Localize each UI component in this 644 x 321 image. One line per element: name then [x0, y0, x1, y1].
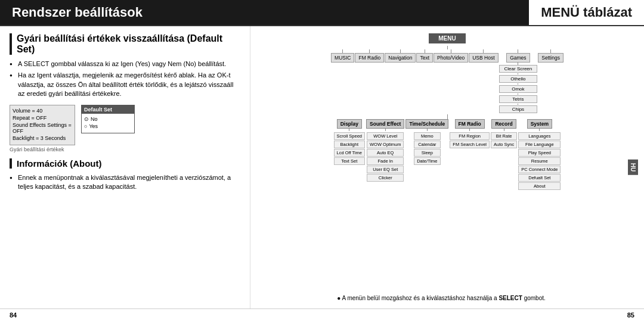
- display-items: Scroll Speed Backlight Lcd Off Time Text…: [334, 132, 366, 165]
- second-fm-radio: FM Radio FM Region FM Search Level: [450, 119, 490, 148]
- menu-root: MENU: [429, 33, 465, 43]
- system-languages: Languages: [518, 132, 561, 140]
- nav-usb-host: USB Host: [469, 49, 498, 63]
- record-auto-sync: Auto Sync: [491, 141, 517, 148]
- bottom-note-bold: SELECT: [499, 295, 522, 301]
- system-file-language: File Language: [518, 141, 561, 148]
- second-box-time-schedule: Time/Schedule: [405, 119, 448, 129]
- game-tetris: Tetris: [499, 95, 538, 103]
- second-box-system: System: [527, 119, 552, 129]
- time-sleep: Sleep: [414, 149, 440, 157]
- header-left-title: Rendszer beállítások: [0, 0, 527, 25]
- games-submenu: Clear Screen Othello Omok Tetris Chips: [499, 65, 538, 113]
- system-default-set: Defualt Set: [518, 174, 561, 182]
- bullet-2: Ha az Igent választja, megjelenik az meg…: [10, 71, 240, 98]
- time-schedule-items: Memo Calendar Sleep Date/Time: [414, 132, 440, 165]
- nav-box-music: MUSIC: [331, 53, 354, 63]
- sound-wow-level: WOW Level: [367, 132, 404, 140]
- section1-bullets: A SELECT gombbal válassza ki az Igen (Ye…: [10, 60, 240, 99]
- screen-line-3: Sound Effects Settings = OFF: [13, 122, 72, 134]
- screen-line-4: Backlight = 3 Seconds: [13, 135, 72, 141]
- header-right-title: MENÜ táblázat: [527, 0, 644, 25]
- sound-fade-in: Fade In: [367, 157, 404, 165]
- screen-line-2: Repeat = OFF: [13, 115, 72, 121]
- fm-radio-items: FM Region FM Search Level: [450, 132, 490, 148]
- nav-music: MUSIC: [331, 49, 354, 63]
- page-num-right: 85: [627, 311, 634, 319]
- screen-caption: Gyári beállítási értékek: [10, 147, 75, 152]
- sound-user-eq-set: User EQ Set: [367, 166, 404, 173]
- time-memo: Memo: [414, 132, 440, 140]
- nav-games: Games Clear Screen Othello Omok Tetris: [499, 49, 538, 113]
- nav-text: Text: [416, 49, 433, 63]
- page-num-left: 84: [10, 311, 17, 319]
- popup-body: ⊙ No ○ Yes: [82, 114, 134, 133]
- second-record: Record Bit Rate Auto Sync: [491, 119, 517, 148]
- bottom-note-prefix: A menün belül mozgáshoz és a kiválasztás…: [342, 295, 499, 301]
- nav-box-games: Games: [506, 53, 530, 63]
- nav-box-fm-radio: FM Radio: [355, 53, 384, 63]
- second-system: System Languages File Language Play Spee…: [518, 119, 561, 190]
- popup-option-yes: ○ Yes: [84, 123, 132, 129]
- popup-option-no: ⊙ No: [84, 116, 132, 122]
- page-header: Rendszer beállítások MENÜ táblázat: [0, 0, 644, 26]
- nav-photo-video: Photo/Video: [434, 49, 468, 63]
- time-calendar: Calendar: [414, 141, 440, 148]
- second-box-record: Record: [491, 119, 516, 129]
- sound-clicker: Clicker: [367, 174, 404, 182]
- second-box-display: Display: [337, 119, 362, 129]
- second-sound-effect: Sound Effect WOW Level WOW Optimum Auto …: [366, 119, 404, 182]
- section1-title: Gyári beállítási értékek visszaállítása …: [10, 33, 240, 55]
- record-items: Bit Rate Auto Sync: [491, 132, 517, 148]
- sound-wow-optimum: WOW Optimum: [367, 141, 404, 148]
- right-panel: HU MENU MUSIC: [250, 26, 644, 308]
- display-lcd-off-time: Lcd Off Time: [334, 149, 366, 157]
- bottom-note-suffix: gombot.: [522, 295, 546, 301]
- record-bit-rate: Bit Rate: [491, 132, 517, 140]
- section2-bullets: Ennek a menüpontnak a kiválasztásával me…: [10, 173, 240, 192]
- time-date-time: Date/Time: [414, 157, 440, 165]
- screen-line-1: Volume = 40: [13, 108, 72, 114]
- second-display: Display Scroll Speed Backlight Lcd Off T…: [334, 119, 366, 165]
- device-screen: Volume = 40 Repeat = OFF Sound Effects S…: [10, 105, 75, 145]
- nav-box-usb-host: USB Host: [469, 53, 498, 63]
- nav-settings: Settings: [538, 49, 564, 63]
- system-about: About: [518, 182, 561, 190]
- nav-navigation: Navigation: [385, 49, 416, 63]
- system-play-speed: Play Speed: [518, 149, 561, 157]
- nav-box-settings: Settings: [538, 53, 564, 63]
- screenshot-area: Volume = 40 Repeat = OFF Sound Effects S…: [10, 105, 240, 152]
- nav-fm-radio-top: FM Radio: [355, 49, 384, 63]
- system-resume: Resume: [518, 157, 561, 165]
- bottom-note-right: ● A menün belül mozgáshoz és a kiválaszt…: [256, 295, 626, 301]
- bullet-1: A SELECT gombbal válassza ki az Igen (Ye…: [10, 60, 240, 68]
- bullet-3: Ennek a menüpontnak a kiválasztásával me…: [10, 173, 240, 192]
- fm-search-level: FM Search Level: [450, 141, 490, 148]
- section2-title: Információk (About): [10, 158, 240, 169]
- nav-box-photo-video: Photo/Video: [434, 53, 468, 63]
- game-clear-screen: Clear Screen: [499, 65, 538, 73]
- game-chips: Chips: [499, 105, 538, 113]
- display-scroll-speed: Scroll Speed: [334, 132, 366, 140]
- second-time-schedule: Time/Schedule Memo Calendar Sleep Date/T…: [405, 119, 448, 165]
- bottom-bar: 84 85: [0, 308, 644, 321]
- game-othello: Othello: [499, 75, 538, 83]
- system-pc-connect-mode: PC Connect Mode: [518, 166, 561, 173]
- main-content: Gyári beállítási értékek visszaállítása …: [0, 26, 644, 308]
- second-box-sound-effect: Sound Effect: [366, 119, 404, 129]
- side-tab: HU: [628, 160, 638, 175]
- sound-auto-eq: Auto EQ: [367, 149, 404, 157]
- left-panel: Gyári beállítási értékek visszaállítása …: [0, 26, 250, 308]
- popup-title: Default Set: [82, 105, 134, 114]
- popup-screen: Default Set ⊙ No ○ Yes: [81, 105, 135, 133]
- sound-effect-items: WOW Level WOW Optimum Auto EQ Fade In Us…: [367, 132, 404, 182]
- game-omok: Omok: [499, 85, 538, 93]
- fm-region: FM Region: [450, 132, 490, 140]
- top-level-nav: MUSIC FM Radio Navigation: [331, 49, 564, 113]
- display-text-set: Text Set: [334, 157, 366, 165]
- second-level: Display Scroll Speed Backlight Lcd Off T…: [334, 119, 561, 190]
- display-backlight: Backlight: [334, 141, 366, 148]
- second-box-fm-radio: FM Radio: [455, 119, 485, 129]
- nav-box-text: Text: [416, 53, 433, 63]
- connector-v2: [447, 114, 448, 119]
